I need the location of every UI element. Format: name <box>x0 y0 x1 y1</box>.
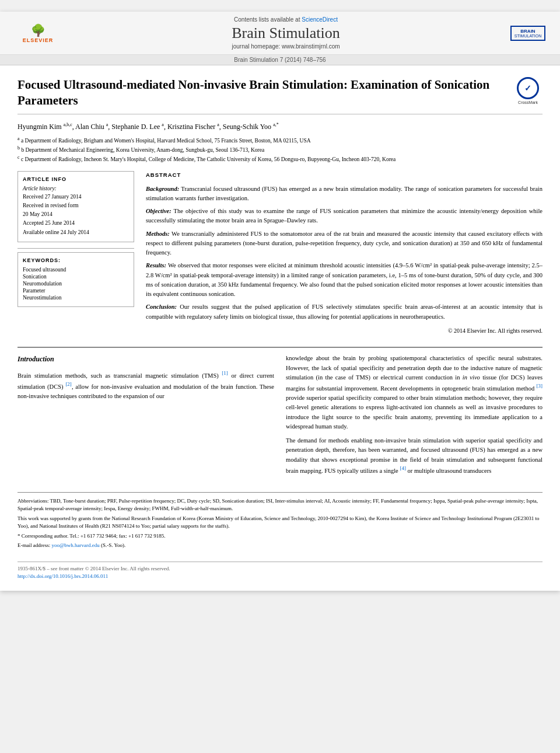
objective-label: Objective: <box>146 208 172 214</box>
bottom-bar: 1935-861X/$ – see front matter © 2014 El… <box>18 562 542 579</box>
funding-line: This work was supported by grants from t… <box>18 515 542 531</box>
journal-header: 🌳 ELSEVIER Contents lists available at S… <box>0 12 560 55</box>
superscript: a <box>162 122 164 127</box>
affiliation-b: b b Department of Mechanical Engineering… <box>18 145 542 154</box>
intro-right-col: knowledge about the brain by probing spa… <box>286 354 542 480</box>
revised-label: Received in revised form <box>23 201 129 210</box>
results-label: Results: <box>146 262 166 269</box>
contents-line: Contents lists available at ScienceDirec… <box>64 16 508 23</box>
superscript: a <box>217 122 219 127</box>
accepted-date: Accepted 25 June 2014 <box>23 219 129 228</box>
article-content: Focused Ultrasound-mediated Non-invasive… <box>0 65 560 591</box>
crossmark-icon: ✓ <box>524 83 531 93</box>
crossmark-label: CrossMark <box>513 100 542 104</box>
results-text: We observed that motor responses were el… <box>146 262 542 297</box>
background-label: Background: <box>146 186 179 192</box>
info-dates: Received 27 January 2014 Received in rev… <box>23 193 129 237</box>
email-suffix: (S.-S. Yoo). <box>101 542 125 548</box>
header-center: Contents lists available at ScienceDirec… <box>64 16 508 50</box>
intro-left-col: Introduction Brain stimulation methods, … <box>18 354 274 480</box>
crossmark-circle: ✓ <box>517 77 539 99</box>
superscript: a,* <box>273 122 279 127</box>
online-date: Available online 24 July 2014 <box>23 228 129 237</box>
email-label: E-mail address: <box>18 542 50 548</box>
abstract-objective: Objective: The objective of this study w… <box>146 207 542 226</box>
intro-para-2: knowledge about the brain by probing spa… <box>286 354 542 431</box>
keyword-5: Neurostimulation <box>23 295 129 301</box>
two-col-layout: ARTICLE INFO Article history: Received 2… <box>18 171 542 336</box>
brain-stim-logo: BRAIN STIMULATION <box>508 26 548 41</box>
abstract-methods: Methods: We transcranially administered … <box>146 229 542 258</box>
affiliations: a a Department of Radiology, Brigham and… <box>18 135 542 164</box>
article-title: Focused Ultrasound-mediated Non-invasive… <box>18 77 513 109</box>
footnote-section: Abbreviations: TBD, Tone-burst duration;… <box>18 492 542 550</box>
elsevier-tree-icon: 🌳 <box>31 23 46 37</box>
superscript: a,b,c <box>64 122 72 127</box>
journal-title: Brain Stimulation <box>64 25 508 42</box>
abstract-section: ABSTRACT Background: Transcranial focuse… <box>146 171 542 336</box>
superscript: a <box>106 122 108 127</box>
keyword-4: Parameter <box>23 288 129 294</box>
received-date: Received 27 January 2014 <box>23 193 129 201</box>
article-info-heading: ARTICLE INFO <box>23 176 129 182</box>
ref-2[interactable]: [2] <box>65 381 72 387</box>
objective-text: The objective of this study was to exami… <box>146 208 542 224</box>
abstract-background: Background: Transcranial focused ultraso… <box>146 184 542 204</box>
doi-line: http://dx.doi.org/10.1016/j.brs.2014.06.… <box>18 573 542 579</box>
ref-4[interactable]: [4] <box>400 465 406 471</box>
sciencedirect-link[interactable]: ScienceDirect <box>302 16 338 23</box>
right-column: ABSTRACT Background: Transcranial focuse… <box>146 171 542 336</box>
abstract-results: Results: We observed that motor response… <box>146 261 542 299</box>
background-text: Transcranial focused ultrasound (FUS) ha… <box>146 186 542 201</box>
abstract-conclusion: Conclusion: Our results suggest that the… <box>146 302 542 322</box>
intro-para-1: Brain stimulation methods, such as trans… <box>18 369 274 401</box>
keywords-heading: Keywords: <box>23 257 129 263</box>
intro-title: Introduction <box>18 354 274 365</box>
left-column: ARTICLE INFO Article history: Received 2… <box>18 171 134 336</box>
affiliation-a: a a Department of Radiology, Brigham and… <box>18 135 542 145</box>
abstract-heading: ABSTRACT <box>146 171 542 180</box>
history-label: Article history: <box>23 186 129 191</box>
divider <box>18 248 134 249</box>
copyright-line: © 2014 Elsevier Inc. All rights reserved… <box>146 326 542 336</box>
keywords-box: Keywords: Focused ultrasound Sonication … <box>18 252 134 307</box>
ref-1[interactable]: [1] <box>222 370 228 376</box>
doi-link[interactable]: http://dx.doi.org/10.1016/j.brs.2014.06.… <box>18 573 108 579</box>
intro-two-col: Introduction Brain stimulation methods, … <box>18 354 542 480</box>
methods-text: We transcranially administered FUS to th… <box>146 231 542 256</box>
elsevier-text: ELSEVIER <box>23 37 54 43</box>
email-line: E-mail address: yoo@bwh.harvard.edu (S.-… <box>18 542 542 550</box>
intro-para-3: The demand for methods enabling non-inva… <box>286 436 542 476</box>
brain-stim-logo-box: BRAIN STIMULATION <box>510 26 546 41</box>
email-link[interactable]: yoo@bwh.harvard.edu <box>51 542 99 548</box>
citation-bar: Brain Stimulation 7 (2014) 748–756 <box>0 55 560 65</box>
keyword-2: Sonication <box>23 274 129 280</box>
elsevier-logo: 🌳 ELSEVIER <box>12 19 64 48</box>
authors: Hyungmin Kim a,b,c, Alan Chiu a, Stephan… <box>18 121 542 132</box>
keyword-3: Neuromodulation <box>23 281 129 287</box>
crossmark: ✓ CrossMark <box>513 77 542 104</box>
introduction-section: Introduction Brain stimulation methods, … <box>18 347 542 480</box>
affiliation-c: c c Department of Radiology, Incheon St.… <box>18 154 542 163</box>
issn-line: 1935-861X/$ – see front matter © 2014 El… <box>18 566 542 571</box>
keyword-1: Focused ultrasound <box>23 267 129 273</box>
journal-homepage: journal homepage: www.brainstimjrnl.com <box>64 43 508 50</box>
article-info-box: ARTICLE INFO Article history: Received 2… <box>18 171 134 242</box>
brain-stim-logo-text1: BRAIN <box>514 29 542 34</box>
conclusion-text: Our results suggest that the pulsed appl… <box>146 304 542 319</box>
revised-date: 20 May 2014 <box>23 210 129 219</box>
conclusion-label: Conclusion: <box>146 304 177 310</box>
corresponding-line: * Corresponding author. Tel.: +1 617 732… <box>18 532 542 541</box>
page: 🌳 ELSEVIER Contents lists available at S… <box>0 12 560 591</box>
title-section: Focused Ultrasound-mediated Non-invasive… <box>18 77 542 114</box>
methods-label: Methods: <box>146 231 170 237</box>
ref-3[interactable]: [3] <box>537 383 543 389</box>
abbreviations-line: Abbreviations: TBD, Tone-burst duration;… <box>18 497 542 513</box>
brain-stim-logo-text2: STIMULATION <box>514 34 542 38</box>
